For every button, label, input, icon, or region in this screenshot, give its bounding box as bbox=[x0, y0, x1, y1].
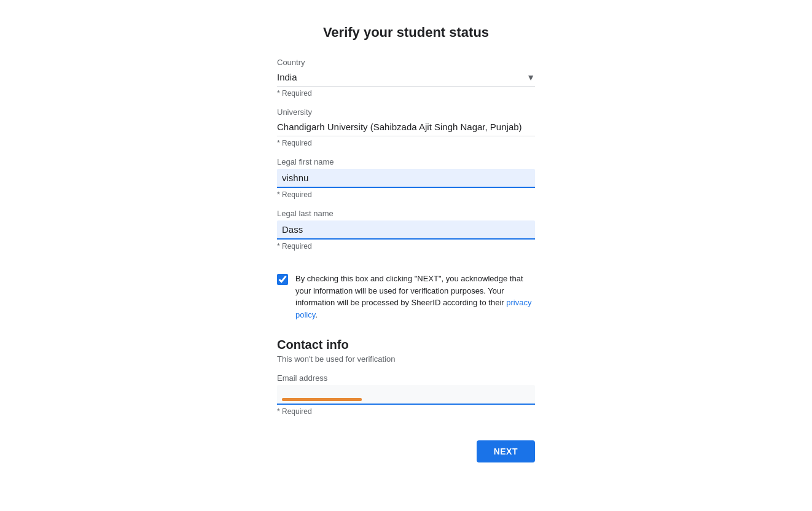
university-value: Chandigarh University (Sahibzada Ajit Si… bbox=[277, 119, 535, 136]
country-required: * Required bbox=[277, 89, 535, 98]
page-title: Verify your student status bbox=[277, 25, 535, 41]
country-field-group: Country India ▼ * Required bbox=[277, 58, 535, 98]
university-required: * Required bbox=[277, 139, 535, 147]
contact-info-section: Contact info This won't be used for veri… bbox=[277, 338, 535, 426]
first-name-field-group: Legal first name * Required bbox=[277, 157, 535, 199]
consent-section: By checking this box and clicking "NEXT"… bbox=[277, 273, 535, 321]
country-dropdown[interactable]: India ▼ bbox=[277, 69, 535, 87]
university-text: Chandigarh University (Sahibzada Ajit Si… bbox=[277, 122, 522, 132]
email-label: Email address bbox=[277, 373, 535, 383]
university-field-group: University Chandigarh University (Sahibz… bbox=[277, 107, 535, 147]
contact-info-title: Contact info bbox=[277, 338, 535, 352]
chevron-down-icon: ▼ bbox=[526, 72, 535, 82]
last-name-input[interactable] bbox=[277, 220, 535, 240]
page-container: Verify your student status Country India… bbox=[12, 12, 800, 511]
next-button[interactable]: NEXT bbox=[477, 440, 535, 462]
email-input-wrapper bbox=[277, 385, 535, 405]
first-name-input[interactable] bbox=[277, 169, 535, 188]
consent-checkbox[interactable] bbox=[277, 274, 288, 285]
contact-info-subtitle: This won't be used for verification bbox=[277, 354, 535, 364]
email-redact-bar bbox=[282, 398, 362, 401]
consent-checkbox-wrapper[interactable] bbox=[277, 274, 288, 287]
first-name-label: Legal first name bbox=[277, 157, 535, 166]
country-label: Country bbox=[277, 58, 535, 67]
university-label: University bbox=[277, 107, 535, 117]
first-name-required: * Required bbox=[277, 190, 535, 199]
last-name-label: Legal last name bbox=[277, 209, 535, 218]
consent-text: By checking this box and clicking "NEXT"… bbox=[295, 273, 535, 321]
form-container: Verify your student status Country India… bbox=[277, 25, 535, 462]
country-value: India bbox=[277, 72, 297, 82]
consent-text-after: . bbox=[315, 310, 318, 319]
last-name-field-group: Legal last name * Required bbox=[277, 209, 535, 251]
email-redacted-display bbox=[277, 385, 535, 405]
consent-text-before: By checking this box and clicking "NEXT"… bbox=[295, 274, 523, 307]
email-required: * Required bbox=[277, 407, 535, 416]
email-field-group: Email address * Required bbox=[277, 373, 535, 416]
last-name-required: * Required bbox=[277, 242, 535, 251]
